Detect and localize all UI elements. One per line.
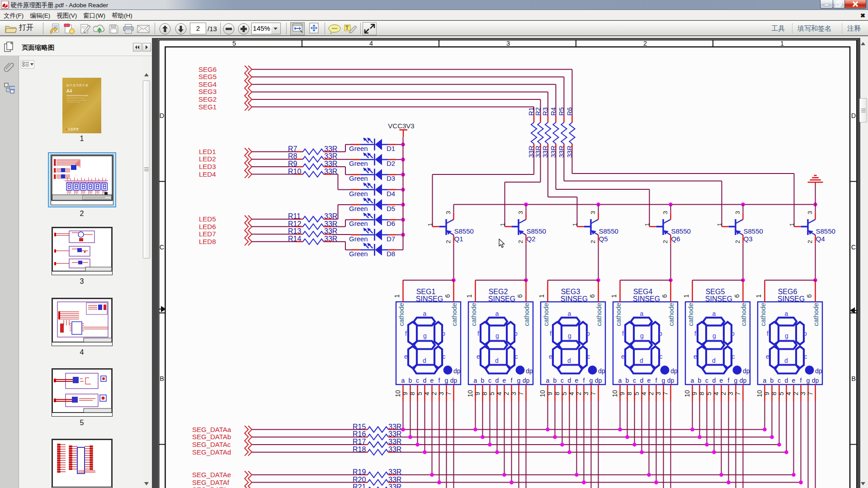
svg-text:SEG_DATAa: SEG_DATAa <box>192 426 231 433</box>
svg-text:a: a <box>546 377 550 384</box>
svg-text:f: f <box>767 330 769 337</box>
svg-text:Green: Green <box>349 220 368 227</box>
svg-text:7: 7 <box>590 392 597 395</box>
svg-text:b: b <box>481 377 485 384</box>
svg-text:8: 8 <box>698 392 705 395</box>
svg-text:6: 6 <box>589 294 596 298</box>
svg-text:3: 3 <box>517 211 524 215</box>
svg-text:2: 2 <box>445 240 452 244</box>
svg-text:b: b <box>514 330 518 337</box>
svg-text:SEG6: SEG6 <box>778 288 797 296</box>
svg-text:c: c <box>778 377 781 384</box>
svg-text:7: 7 <box>517 392 524 395</box>
svg-text:g: g <box>517 377 521 384</box>
svg-text:10: 10 <box>611 390 618 397</box>
svg-text:4: 4 <box>712 392 720 395</box>
svg-text:SINSEG: SINSEG <box>633 295 660 303</box>
svg-text:cathode: cathode <box>687 303 694 326</box>
svg-text:d: d <box>640 357 643 364</box>
svg-text:4: 4 <box>369 40 373 47</box>
svg-text:g: g <box>640 332 644 339</box>
svg-text:10: 10 <box>467 390 474 397</box>
svg-text:Green: Green <box>349 250 368 258</box>
svg-text:D7: D7 <box>387 235 395 243</box>
svg-text:D: D <box>160 112 164 119</box>
svg-text:b: b <box>659 330 662 337</box>
svg-text:e: e <box>476 353 480 360</box>
svg-text:LED7: LED7 <box>199 230 216 238</box>
svg-text:a: a <box>474 377 477 384</box>
svg-text:LED6: LED6 <box>199 223 216 230</box>
svg-text:LED3: LED3 <box>199 163 216 170</box>
svg-text:SEG2: SEG2 <box>198 95 217 103</box>
svg-text:3: 3 <box>655 392 662 395</box>
svg-text:6: 6 <box>806 294 813 298</box>
svg-text:a: a <box>763 377 767 384</box>
svg-text:6: 6 <box>516 294 524 298</box>
svg-text:Q4: Q4 <box>816 235 825 243</box>
svg-text:LED4: LED4 <box>199 170 216 178</box>
svg-text:5: 5 <box>561 392 568 395</box>
svg-text:8: 8 <box>770 392 778 395</box>
svg-text:1: 1 <box>644 223 651 226</box>
svg-text:5: 5 <box>705 392 712 395</box>
svg-text:2: 2 <box>643 40 647 47</box>
svg-text:SEG6: SEG6 <box>198 66 217 73</box>
svg-text:9: 9 <box>691 392 698 395</box>
svg-text:d: d <box>784 357 788 364</box>
svg-text:2: 2 <box>792 392 799 395</box>
svg-text:e: e <box>575 377 579 384</box>
svg-text:d: d <box>495 377 499 384</box>
svg-text:10: 10 <box>539 390 546 397</box>
svg-text:7: 7 <box>734 392 741 395</box>
svg-text:a: a <box>785 310 788 317</box>
svg-text:D5: D5 <box>387 205 395 212</box>
svg-text:1: 1 <box>716 223 723 226</box>
svg-text:LED1: LED1 <box>199 148 216 155</box>
svg-text:e: e <box>647 377 651 384</box>
svg-text:S8550: S8550 <box>744 227 763 235</box>
svg-text:2: 2 <box>734 240 741 244</box>
svg-text:1: 1 <box>610 294 618 298</box>
svg-text:f: f <box>583 377 585 384</box>
svg-text:SEG_DATAg: SEG_DATAg <box>192 486 231 488</box>
svg-text:5: 5 <box>633 392 640 395</box>
svg-text:1: 1 <box>571 223 578 226</box>
svg-text:D1: D1 <box>387 145 395 152</box>
svg-text:SEG1: SEG1 <box>198 103 217 111</box>
svg-text:SEG1: SEG1 <box>416 288 436 296</box>
svg-text:dp: dp <box>812 377 819 384</box>
svg-text:g: g <box>568 332 571 339</box>
svg-text:R5: R5 <box>558 107 565 116</box>
svg-text:8: 8 <box>626 392 633 395</box>
svg-text:10: 10 <box>684 390 691 397</box>
svg-text:SEG5: SEG5 <box>706 288 725 296</box>
svg-text:3: 3 <box>799 392 807 395</box>
svg-text:b: b <box>442 330 445 337</box>
svg-text:d: d <box>423 357 426 364</box>
svg-text:VCC3V3: VCC3V3 <box>388 122 414 130</box>
svg-text:f: f <box>622 330 624 337</box>
svg-text:SINSEG: SINSEG <box>561 295 588 303</box>
svg-text:SEG_DATAf: SEG_DATAf <box>192 479 230 486</box>
svg-text:8: 8 <box>409 392 416 395</box>
svg-text:cathode: cathode <box>451 303 458 326</box>
svg-text:e: e <box>792 377 796 384</box>
svg-text:e: e <box>404 353 408 360</box>
svg-text:dp: dp <box>453 367 461 375</box>
svg-text:b: b <box>586 330 590 337</box>
svg-text:cathode: cathode <box>615 303 622 326</box>
svg-text:LED8: LED8 <box>199 238 216 245</box>
svg-text:a: a <box>401 377 405 384</box>
svg-text:7: 7 <box>445 392 452 395</box>
svg-text:Q5: Q5 <box>599 235 608 243</box>
svg-text:d: d <box>640 377 644 384</box>
svg-text:e: e <box>766 353 769 360</box>
svg-text:4: 4 <box>568 392 575 395</box>
svg-text:2: 2 <box>807 240 813 244</box>
svg-text:LED5: LED5 <box>199 215 216 223</box>
svg-text:7: 7 <box>662 392 669 395</box>
svg-text:1: 1 <box>499 223 506 226</box>
svg-text:cathode: cathode <box>542 303 550 326</box>
svg-text:b: b <box>803 330 807 337</box>
